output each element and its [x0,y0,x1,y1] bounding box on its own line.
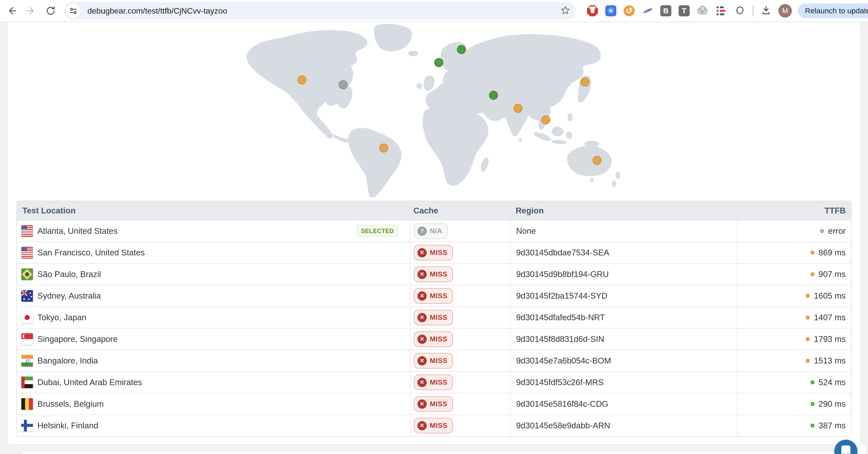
downloads-button[interactable] [760,4,772,17]
blue-burst-icon[interactable]: ✳ [605,5,617,17]
region-id: 9d30145e58e9dabb-ARN [516,421,610,430]
location-label: Sydney, Australia [37,291,101,301]
map-dot-tokyo[interactable] [581,78,589,86]
feather-icon[interactable] [642,5,653,17]
table-row[interactable]: Brussels, Belgium ✕ MISS 9d30145e5816f84… [17,393,851,415]
cache-status-badge: ✕ MISS [414,288,453,304]
ttfb-value: error [828,226,846,236]
tune-icon [69,6,78,15]
ttfb-value: 387 ms [818,421,846,430]
relaunch-label: Relaunch to update [805,6,868,15]
location-label: Brussels, Belgium [37,399,104,409]
map-dot-atlanta[interactable] [339,80,348,89]
ttfb-value: 290 ms [818,399,846,409]
region-id: 9d30145e7a6b054c-BOM [516,356,611,366]
cache-status-badge: ✕ MISS [414,266,453,282]
country-flag-icon [21,312,33,323]
world-map-svg [238,24,630,200]
relaunch-to-update-button[interactable]: Relaunch to update [798,3,868,18]
b-extension-icon[interactable]: B [660,5,672,17]
table-row[interactable]: Singapore, Singapore ✕ MISS 9d30145f8d83… [17,328,851,350]
orange-refresh-icon[interactable]: ↺ [623,5,635,17]
cache-status-badge: ? N/A [414,223,448,239]
adblock-icon[interactable] [587,5,598,17]
table-row[interactable]: Atlanta, United States SELECTED ? N/A No… [17,220,851,242]
region-id: 9d30145e5816f84c-CDG [516,399,608,409]
selected-badge: SELECTED [356,225,398,237]
country-flag-icon [21,225,33,237]
bookmark-button[interactable] [560,5,570,17]
ttfb-status-dot [810,251,814,255]
site-settings-button[interactable] [66,4,81,18]
map-dot-sao-paulo[interactable] [379,144,388,152]
ttfb-status-dot [810,380,814,385]
cache-badge-label: MISS [430,378,447,387]
header-region: Region [510,206,737,216]
location-label: Tokyo, Japan [37,313,86,322]
country-flag-icon [21,268,33,280]
sphere-icon[interactable] [697,5,708,17]
location-label: São Paulo, Brazil [37,269,101,279]
table-row[interactable]: Tokyo, Japan ✕ MISS 9d30145dfafed54b-NRT… [17,307,851,328]
location-label: San Francisco, United States [37,248,145,257]
cache-status-badge: ✕ MISS [414,396,453,412]
x-icon: ✕ [417,335,427,344]
cache-badge-label: MISS [430,335,447,343]
map-dot-singapore[interactable] [541,115,550,124]
ttfb-status-dot [810,272,814,276]
x-icon: ✕ [417,270,427,279]
region-id: 9d30145dbdae7534-SEA [516,248,609,257]
map-dot-dubai[interactable] [489,91,498,100]
forward-button[interactable] [23,3,39,19]
table-row[interactable]: Bangalore, India ✕ MISS 9d30145e7a6b054c… [17,350,851,371]
map-dot-san-francisco[interactable] [298,76,306,84]
map-dot-bangalore[interactable] [514,104,522,113]
location-label: Singapore, Singapore [37,334,118,344]
cache-badge-label: MISS [430,313,447,321]
table-row[interactable]: Dubai, United Arab Emirates ✕ MISS 9d301… [17,371,851,393]
extensions-puzzle-button[interactable] [733,5,745,17]
x-icon: ✕ [417,313,427,322]
messenger-icon [841,446,850,454]
x-icon: ✕ [417,248,427,257]
map-dot-brussels[interactable] [434,58,443,67]
address-bar[interactable]: debugbear.com/test/ttfb/CjNCvv-tayzoo [64,2,576,20]
cache-status-badge: ✕ MISS [414,374,453,390]
x-icon: ✕ [417,421,427,430]
cache-status-badge: ✕ MISS [414,418,453,433]
table-row[interactable]: São Paulo, Brazil ✕ MISS 9d30145d9b8bf19… [17,263,851,285]
country-flag-icon [21,333,33,345]
location-label: Atlanta, United States [37,226,118,236]
table-row[interactable]: Sydney, Australia ✕ MISS 9d30145f2ba1574… [17,285,851,307]
ttfb-value: 524 ms [818,377,846,387]
ttfb-status-dot [810,424,814,428]
map-dot-sydney[interactable] [592,156,601,165]
cache-status-badge: ✕ MISS [414,245,453,260]
header-cache: Cache [410,206,510,216]
region-id: 9d30145fdf53c26f-MRS [516,377,604,387]
location-label: Helsinki, Finland [37,421,98,430]
profile-avatar[interactable]: M [778,4,792,18]
country-flag-icon [21,376,33,388]
cache-badge-label: MISS [430,400,447,408]
table-row[interactable]: San Francisco, United States ✕ MISS 9d30… [17,242,851,263]
x-icon: ✕ [417,291,427,301]
table-row[interactable]: Helsinki, Finland ✕ MISS 9d30145e58e9dab… [17,415,851,436]
x-icon: ✕ [417,399,427,409]
reload-button[interactable] [43,3,59,19]
ttfb-value: 1605 ms [814,291,846,301]
cache-badge-label: MISS [430,249,447,257]
t-extension-icon[interactable]: T [678,5,690,17]
ttfb-status-dot [810,402,814,406]
cache-status-badge: ✕ MISS [414,310,453,325]
question-icon: ? [417,227,427,236]
ttfb-status-dot [806,315,810,319]
country-flag-icon [21,290,33,302]
url-text[interactable]: debugbear.com/test/ttfb/CjNCvv-tayzoo [87,6,560,16]
ttfb-value: 1793 ms [814,334,846,344]
map-dot-helsinki[interactable] [457,45,466,54]
x-icon: ✕ [417,378,427,387]
reload-icon [45,5,56,16]
back-button[interactable] [3,3,20,19]
red-list-icon[interactable] [715,5,726,17]
